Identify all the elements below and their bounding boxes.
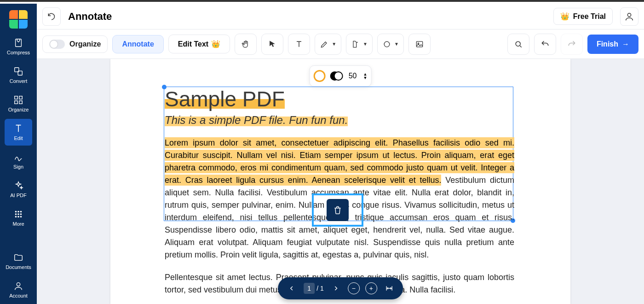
draw-tool-button[interactable]: ▼	[315, 34, 341, 55]
delete-overlay	[312, 193, 363, 227]
sidebar-item-sign[interactable]: Sign	[5, 147, 32, 174]
app-logo[interactable]	[9, 10, 28, 29]
search-button[interactable]	[507, 34, 529, 55]
sidebar-item-compress[interactable]: Compress	[5, 33, 32, 60]
sign-icon	[13, 152, 23, 162]
sidebar-item-label: Compress	[7, 50, 30, 55]
opacity-stepper[interactable]: ▲▼	[363, 72, 367, 80]
folder-icon	[13, 252, 23, 263]
text-icon	[294, 40, 304, 49]
sparkle-icon	[13, 181, 23, 191]
sidebar-item-label: Edit	[14, 135, 23, 141]
zoom-in-button[interactable]: +	[365, 282, 377, 294]
person-icon	[13, 281, 23, 291]
undo-icon	[47, 12, 56, 21]
compress-icon	[13, 38, 23, 48]
svg-point-7	[15, 211, 17, 213]
search-icon	[514, 40, 523, 49]
sidebar-item-label: Sign	[13, 164, 23, 170]
text-tool-button[interactable]	[288, 34, 310, 55]
grid-icon	[13, 95, 23, 105]
cursor-icon	[268, 40, 277, 49]
svg-point-17	[627, 13, 631, 16]
svg-rect-4	[19, 96, 22, 99]
undo-arrow-icon	[540, 40, 550, 49]
pdf-page[interactable]: 50 ▲▼ Sample PDF This is a simple PDF fi…	[110, 59, 570, 304]
organize-toggle[interactable]: Organize	[42, 35, 108, 53]
undo-button[interactable]	[534, 34, 556, 55]
toolbar: Organize Annotate Edit Text👑 ▼ ▼ ▼ Finis…	[37, 29, 644, 59]
svg-point-16	[17, 283, 20, 286]
prev-page-button[interactable]	[285, 282, 298, 295]
sidebar-item-more[interactable]: More	[5, 205, 32, 231]
arrow-right-icon: →	[622, 40, 629, 48]
doc-subtitle: This is a simple PDF file. Fun fun fun.	[165, 114, 348, 127]
fill-opacity-icon[interactable]	[330, 70, 342, 82]
image-tool-button[interactable]	[408, 34, 431, 55]
chevron-right-icon	[333, 285, 339, 292]
sidebar-item-label: More	[12, 221, 24, 227]
text-edit-icon	[13, 123, 23, 134]
redo-button[interactable]	[561, 34, 583, 55]
opacity-value: 50	[347, 72, 359, 80]
svg-rect-5	[15, 101, 17, 104]
finish-label: Finish	[597, 40, 618, 48]
tab-edit-text[interactable]: Edit Text👑	[168, 35, 230, 53]
next-page-button[interactable]	[329, 282, 342, 295]
free-trial-label: Free Trial	[573, 12, 606, 21]
svg-point-14	[17, 216, 19, 218]
svg-rect-3	[15, 96, 17, 99]
highlight-tool-button[interactable]: ▼	[346, 34, 373, 55]
circle-icon	[382, 40, 391, 49]
person-icon	[624, 12, 634, 22]
stroke-color-swatch[interactable]	[314, 70, 326, 82]
image-icon	[415, 40, 424, 49]
current-page-input[interactable]	[304, 283, 315, 294]
tab-annotate[interactable]: Annotate	[112, 35, 163, 53]
profile-button[interactable]	[620, 7, 638, 26]
sidebar-item-organize[interactable]: Organize	[5, 90, 32, 117]
page-title: Annotate	[68, 11, 112, 23]
svg-point-18	[384, 41, 390, 47]
fit-width-button[interactable]	[383, 282, 396, 295]
convert-icon	[13, 66, 23, 76]
crown-icon: 👑	[211, 40, 220, 48]
chevron-left-icon	[288, 285, 295, 292]
header: Annotate 👑 Free Trial	[37, 4, 644, 29]
hand-icon	[241, 40, 250, 49]
trash-icon	[333, 205, 342, 215]
sidebar-item-label: Documents	[6, 264, 31, 270]
chevron-down-icon: ▼	[394, 41, 399, 47]
sidebar-item-account[interactable]: Account	[5, 276, 32, 303]
dots-grid-icon	[13, 209, 23, 219]
shape-style-panel: 50 ▲▼	[310, 65, 372, 87]
tab-label: Edit Text	[178, 40, 208, 48]
redo-arrow-icon	[567, 40, 576, 49]
page-navigation: /1 − +	[278, 277, 403, 299]
highlight-icon	[351, 40, 360, 49]
sidebar-item-ai-pdf[interactable]: AI PDF	[5, 176, 32, 203]
sidebar: Compress Convert Organize Edit Sign AI P…	[0, 4, 37, 304]
zoom-out-button[interactable]: −	[348, 282, 360, 294]
select-tool-button[interactable]	[261, 34, 283, 55]
finish-button[interactable]: Finish →	[587, 35, 638, 54]
free-trial-button[interactable]: 👑 Free Trial	[553, 8, 613, 25]
svg-rect-6	[19, 101, 22, 104]
sidebar-item-convert[interactable]: Convert	[5, 62, 32, 88]
svg-rect-19	[416, 41, 422, 47]
chevron-down-icon: ▼	[363, 41, 368, 47]
tab-label: Annotate	[122, 40, 154, 48]
sidebar-item-edit[interactable]: Edit	[5, 119, 32, 146]
total-pages: 1	[320, 285, 324, 292]
pan-tool-button[interactable]	[235, 34, 257, 55]
sidebar-item-documents[interactable]: Documents	[5, 248, 32, 275]
switch-icon	[49, 40, 65, 49]
delete-button[interactable]	[327, 199, 349, 221]
undo-history-button[interactable]	[42, 7, 61, 26]
shape-tool-button[interactable]: ▼	[377, 34, 404, 55]
sidebar-item-label: AI PDF	[10, 193, 26, 198]
svg-point-13	[15, 216, 17, 218]
svg-point-11	[17, 213, 19, 215]
svg-point-21	[516, 41, 520, 46]
sidebar-item-label: Account	[9, 293, 28, 298]
